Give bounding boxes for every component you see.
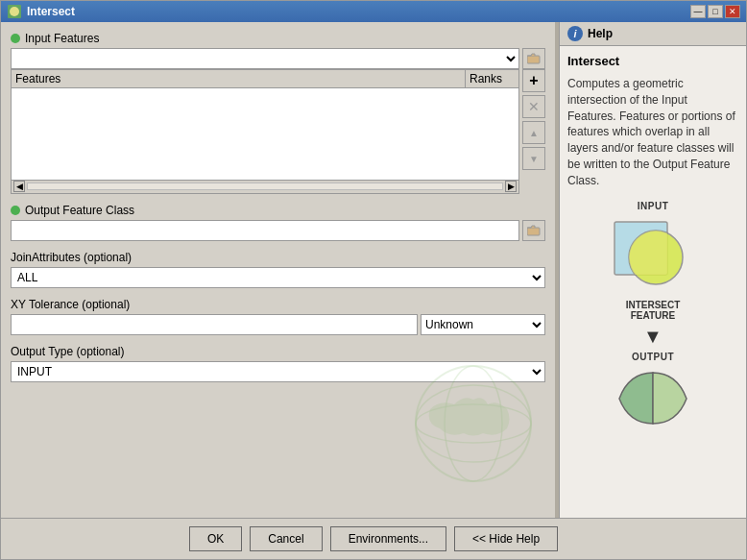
xy-tolerance-label: XY Tolerance (optional) [11, 298, 130, 311]
input-diagram-label: INPUT [638, 201, 669, 211]
output-type-select[interactable]: INPUT POINT LINE POLYGON [11, 361, 545, 382]
maximize-button[interactable]: □ [708, 5, 723, 18]
output-feature-class-group: Output Feature Class [11, 204, 545, 241]
xy-tolerance-input[interactable] [11, 314, 418, 335]
hide-help-button[interactable]: << Hide Help [454, 526, 558, 551]
move-down-btn[interactable]: ▼ [522, 147, 545, 170]
delete-row-btn[interactable]: ✕ [522, 95, 545, 118]
required-dot-input [11, 34, 20, 43]
title-bar-left: Intersect [7, 4, 75, 19]
output-path-input[interactable] [11, 220, 519, 241]
ranks-column-header: Ranks [466, 70, 518, 87]
svg-point-7 [416, 385, 531, 462]
svg-point-6 [416, 404, 531, 443]
title-bar: Intersect — □ ✕ [1, 1, 746, 22]
xy-tolerance-label-row: XY Tolerance (optional) [11, 298, 545, 311]
output-row [11, 220, 545, 241]
help-diagram: INPUT INTERSECTFEATURE [567, 201, 738, 430]
content-area: Input Features Features [1, 22, 746, 518]
table-header: Features Ranks [12, 70, 518, 88]
svg-point-5 [445, 366, 502, 481]
h-scroll-track[interactable] [27, 183, 503, 190]
output-type-group: Output Type (optional) INPUT POINT LINE … [11, 345, 545, 382]
input-features-label-row: Input Features [11, 32, 545, 45]
join-attributes-label: JoinAttributes (optional) [11, 251, 132, 264]
app-icon [7, 4, 22, 19]
ok-button[interactable]: OK [189, 526, 242, 551]
svg-rect-3 [527, 228, 540, 235]
close-button[interactable]: ✕ [725, 5, 740, 18]
output-type-label: Output Type (optional) [11, 345, 125, 358]
required-dot-output [11, 206, 20, 215]
svg-rect-2 [527, 56, 540, 63]
input-features-browse-btn[interactable] [522, 48, 545, 69]
diagram-arrow: ▼ [643, 327, 663, 346]
table-body [12, 88, 518, 180]
xy-tolerance-group: XY Tolerance (optional) Unknown Meters F… [11, 298, 545, 335]
xy-unit-select[interactable]: Unknown Meters Feet Kilometers Miles [421, 314, 545, 335]
help-title: Intersect [567, 54, 738, 68]
minimize-button[interactable]: — [690, 5, 706, 18]
help-header-label: Help [588, 27, 613, 40]
output-browse-btn[interactable] [522, 220, 545, 241]
join-attributes-label-row: JoinAttributes (optional) [11, 251, 545, 264]
intersect-feature-label: INTERSECTFEATURE [626, 300, 681, 321]
input-features-row [11, 48, 545, 69]
input-diagram-svg [610, 217, 696, 294]
join-attributes-group: JoinAttributes (optional) ALL NO_FID ONL… [11, 251, 545, 288]
input-features-label: Input Features [25, 32, 99, 45]
title-buttons: — □ ✕ [690, 5, 740, 18]
xy-tolerance-row: Unknown Meters Feet Kilometers Miles [11, 314, 545, 335]
features-table-row: Features Ranks ◀ ▶ + ✕ [11, 69, 545, 194]
features-column-header: Features [12, 70, 466, 87]
folder-icon-output [527, 225, 541, 236]
output-diagram-label: OUTPUT [632, 352, 674, 362]
svg-point-1 [10, 7, 19, 16]
side-buttons: + ✕ ▲ ▼ [522, 69, 545, 170]
join-attributes-select[interactable]: ALL NO_FID ONLY_FID [11, 267, 545, 288]
output-label-row: Output Feature Class [11, 204, 545, 217]
left-panel: Input Features Features [1, 22, 555, 518]
scroll-left-btn[interactable]: ◀ [13, 181, 25, 192]
help-description: Computes a geometric intersection of the… [567, 76, 738, 189]
window-title: Intersect [27, 5, 75, 18]
output-label: Output Feature Class [25, 204, 134, 217]
svg-point-4 [416, 366, 531, 481]
move-up-btn[interactable]: ▲ [522, 121, 545, 144]
add-row-btn[interactable]: + [522, 69, 545, 92]
scroll-right-btn[interactable]: ▶ [505, 181, 517, 192]
bottom-bar: OK Cancel Environments... << Hide Help [1, 518, 746, 559]
environments-button[interactable]: Environments... [330, 526, 446, 551]
output-type-label-row: Output Type (optional) [11, 345, 545, 358]
output-diagram-svg [610, 368, 696, 430]
folder-icon [527, 53, 541, 64]
input-features-group: Input Features Features [11, 32, 545, 194]
cancel-button[interactable]: Cancel [250, 526, 322, 551]
help-header: i Help [560, 22, 746, 46]
help-content: Intersect Computes a geometric intersect… [560, 46, 746, 518]
features-table-container: Features Ranks ◀ ▶ [11, 69, 519, 194]
intersect-window: Intersect — □ ✕ Input Features [0, 0, 747, 560]
help-icon: i [567, 26, 583, 41]
input-features-select[interactable] [11, 48, 519, 69]
help-panel: i Help Intersect Computes a geometric in… [559, 22, 746, 518]
